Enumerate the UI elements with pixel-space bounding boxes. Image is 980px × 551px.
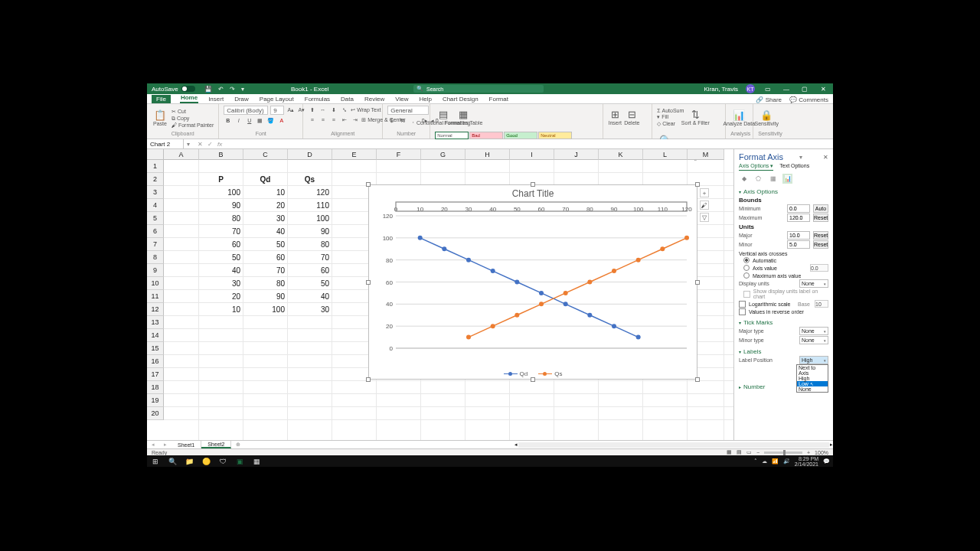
user-name[interactable]: Kiran, Travis	[704, 86, 738, 93]
windows-taskbar[interactable]: ⊞ 🔍 📁 🟡 🛡 ▣ ▦ ˄ ☁ 📶 🔊 8:29 PM 2/14/2021 …	[147, 455, 833, 467]
handle-se[interactable]	[695, 377, 700, 382]
pane-tab-text-options[interactable]: Text Options	[779, 163, 809, 171]
row-header-19[interactable]: 19	[147, 394, 164, 407]
col-header-B[interactable]: B	[199, 149, 243, 160]
cell-D8[interactable]: 70	[288, 251, 332, 264]
increase-font-icon[interactable]: A▴	[286, 106, 295, 115]
cell-C10[interactable]: 80	[243, 277, 288, 290]
section-tick-marks[interactable]: Tick Marks	[739, 319, 828, 326]
taskbar-clock[interactable]: 8:29 PM 2/14/2021	[795, 456, 818, 467]
undo-icon[interactable]	[218, 86, 224, 93]
enter-formula-icon[interactable]: ✓	[207, 141, 213, 148]
italic-icon[interactable]: I	[234, 116, 243, 125]
tray-chevron-icon[interactable]: ˄	[754, 458, 757, 465]
cell-B12[interactable]: 10	[199, 303, 243, 316]
col-header-D[interactable]: D	[288, 149, 332, 160]
bold-icon[interactable]: B	[224, 116, 232, 125]
redo-icon[interactable]	[230, 86, 235, 93]
row-header-2[interactable]: 2	[147, 173, 164, 186]
row-header-20[interactable]: 20	[147, 407, 164, 420]
fill-button[interactable]: ▾ Fill	[657, 114, 684, 120]
row-header-1[interactable]: 1	[147, 160, 164, 173]
pane-close-icon[interactable]: ✕	[823, 154, 828, 161]
cell-C5[interactable]: 30	[243, 212, 288, 225]
max-reset-button[interactable]: Reset	[813, 214, 828, 222]
cell-C11[interactable]: 90	[243, 290, 288, 303]
cell-C7[interactable]: 50	[243, 238, 288, 251]
start-icon[interactable]: ⊞	[150, 457, 161, 466]
handle-n[interactable]	[531, 182, 535, 187]
chart-title[interactable]: Chart Title	[369, 185, 697, 199]
fill-line-icon[interactable]: ◆	[739, 174, 749, 184]
axis-min-input[interactable]	[787, 204, 810, 213]
chart-elements-button[interactable]: ＋	[700, 188, 709, 197]
section-axis-options[interactable]: Axis Options	[739, 188, 828, 195]
row-headers[interactable]: 1234567891011121314151617181920	[147, 160, 164, 420]
save-icon[interactable]	[204, 86, 212, 93]
chart-legend[interactable]: Qd Qs	[369, 370, 697, 377]
col-header-I[interactable]: I	[510, 149, 554, 160]
style-neutral[interactable]: Neutral	[538, 132, 572, 139]
col-header-M[interactable]: M	[688, 149, 724, 160]
cell-B10[interactable]: 30	[199, 277, 243, 290]
col-header-J[interactable]: J	[554, 149, 599, 160]
align-left-icon[interactable]: ≡	[308, 116, 316, 124]
col-header-K[interactable]: K	[599, 149, 643, 160]
align-top-icon[interactable]: ⬆	[308, 106, 316, 114]
cell-D9[interactable]: 60	[288, 264, 332, 277]
toggle-off-icon[interactable]	[181, 86, 195, 92]
comments-button[interactable]: 💬 Comments	[789, 96, 828, 103]
style-good[interactable]: Good	[504, 132, 537, 139]
tick-major-select[interactable]: None	[799, 327, 828, 335]
cell-B4[interactable]: 90	[199, 199, 243, 212]
row-header-14[interactable]: 14	[147, 329, 164, 342]
share-button[interactable]: 🔗 Share	[756, 96, 782, 103]
row-header-13[interactable]: 13	[147, 316, 164, 329]
cell-D6[interactable]: 90	[288, 225, 332, 238]
row-header-15[interactable]: 15	[147, 342, 164, 355]
sensitivity-button[interactable]: 🔒Sensitivity	[758, 107, 775, 130]
maximize-icon[interactable]: ▢	[799, 86, 810, 93]
cell-D3[interactable]: 120	[288, 186, 332, 199]
handle-ne[interactable]	[695, 182, 700, 187]
effects-icon[interactable]: ⬠	[753, 174, 763, 184]
size-props-icon[interactable]: ▦	[768, 174, 778, 184]
conditional-formatting-button[interactable]: ▤Conditional Formatting	[435, 106, 452, 129]
col-header-F[interactable]: F	[377, 149, 421, 160]
font-color-icon[interactable]: A	[277, 116, 286, 125]
tab-insert[interactable]: Insert	[207, 96, 224, 103]
search-box[interactable]: 🔍 Search	[413, 85, 544, 93]
label-option-next-to-axis[interactable]: Next to Axis	[797, 365, 828, 376]
style-normal[interactable]: Normal	[435, 132, 469, 139]
insert-cells-button[interactable]: ⊞Insert	[608, 106, 622, 129]
tab-home[interactable]: Home	[180, 94, 198, 103]
cell-B7[interactable]: 60	[199, 238, 243, 251]
tab-chart-design[interactable]: Chart Design	[442, 96, 479, 103]
cell-C3[interactable]: 10	[243, 186, 288, 199]
minor-reset-button[interactable]: Reset	[813, 240, 828, 249]
min-auto-button[interactable]: Auto	[813, 204, 828, 213]
cell-C8[interactable]: 60	[243, 251, 288, 264]
sheet-area[interactable]: ABCDEFGHIJKLM 12345678910111213141516171…	[147, 149, 733, 440]
tab-format[interactable]: Format	[488, 96, 509, 103]
zoom-in-icon[interactable]: +	[807, 450, 810, 455]
style-bad[interactable]: Bad	[469, 132, 503, 139]
tick-minor-select[interactable]: None	[799, 336, 828, 344]
zoom-out-icon[interactable]: −	[756, 450, 760, 455]
tab-page-layout[interactable]: Page Layout	[259, 96, 295, 103]
align-center-icon[interactable]: ≡	[318, 116, 327, 124]
label-position-dropdown[interactable]: Next to Axis High Low ↖ None	[796, 364, 828, 393]
percent-icon[interactable]: %	[398, 116, 407, 125]
align-bottom-icon[interactable]: ⬇	[329, 106, 338, 114]
number-format-select[interactable]: General	[387, 106, 429, 115]
app-icon[interactable]: ▦	[251, 457, 262, 466]
wrap-text-button[interactable]: ↩ Wrap Text	[351, 107, 381, 113]
major-reset-button[interactable]: Reset	[813, 231, 828, 240]
column-headers[interactable]: ABCDEFGHIJKLM	[164, 149, 733, 160]
col-header-A[interactable]: A	[164, 149, 199, 160]
pane-options-icon[interactable]: ▾	[799, 154, 807, 161]
align-middle-icon[interactable]: ↔	[318, 106, 327, 114]
display-units-select[interactable]: None	[799, 279, 828, 288]
sheet-nav-next-icon[interactable]: ▸	[159, 442, 172, 448]
cell-B3[interactable]: 100	[199, 186, 243, 199]
